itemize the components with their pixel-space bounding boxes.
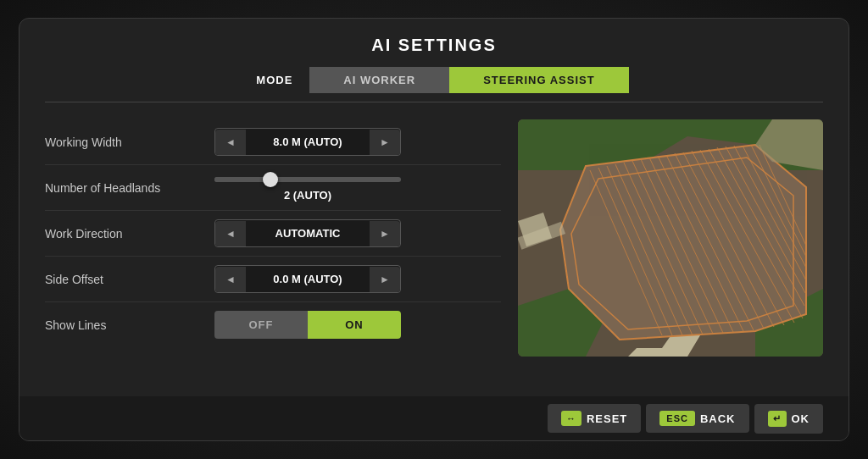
ok-icon: ↵	[768, 411, 787, 427]
ai-settings-modal: AI SETTINGS MODE AI WORKER STEERING ASSI…	[19, 18, 849, 441]
working-width-selector: ◄ 8.0 M (AUTO) ►	[214, 128, 401, 156]
modal-body: Working Width ◄ 8.0 M (AUTO) ► Number of…	[19, 102, 849, 396]
ok-label: OK	[792, 412, 810, 425]
working-width-row: Working Width ◄ 8.0 M (AUTO) ►	[45, 119, 501, 165]
back-label: BACK	[700, 412, 736, 425]
map-panel	[518, 119, 823, 379]
headlands-slider-thumb[interactable]	[263, 172, 278, 187]
working-width-left-arrow[interactable]: ◄	[215, 130, 246, 155]
headlands-slider-container: 2 (AUTO)	[214, 174, 401, 202]
back-key: ESC	[659, 411, 695, 426]
map-svg	[518, 119, 823, 357]
show-lines-toggle: OFF ON	[214, 311, 401, 339]
working-width-right-arrow[interactable]: ►	[370, 130, 400, 155]
side-offset-left-arrow[interactable]: ◄	[215, 267, 246, 292]
tabs-container: MODE AI WORKER STEERING ASSIST	[19, 67, 849, 93]
work-direction-label: Work Direction	[45, 227, 214, 241]
headlands-value: 2 (AUTO)	[214, 189, 401, 202]
show-lines-label: Show Lines	[45, 318, 214, 332]
show-lines-control: OFF ON	[214, 311, 501, 339]
ok-button[interactable]: ↵ OK	[754, 404, 824, 434]
side-offset-value: 0.0 M (AUTO)	[246, 266, 370, 292]
reset-label: RESET	[587, 412, 627, 425]
tab-steering-assist[interactable]: STEERING ASSIST	[449, 67, 629, 93]
settings-panel: Working Width ◄ 8.0 M (AUTO) ► Number of…	[45, 119, 501, 379]
side-offset-right-arrow[interactable]: ►	[370, 267, 400, 292]
side-offset-selector: ◄ 0.0 M (AUTO) ►	[214, 265, 401, 293]
work-direction-row: Work Direction ◄ AUTOMATIC ►	[45, 211, 501, 257]
map-image	[518, 119, 823, 357]
tab-ai-worker[interactable]: AI WORKER	[309, 67, 449, 93]
modal-header: AI SETTINGS MODE AI WORKER STEERING ASSI…	[19, 19, 849, 93]
reset-icon: ↔	[561, 411, 581, 426]
work-direction-control: ◄ AUTOMATIC ►	[214, 219, 501, 247]
side-offset-row: Side Offset ◄ 0.0 M (AUTO) ►	[45, 257, 501, 302]
working-width-control: ◄ 8.0 M (AUTO) ►	[214, 128, 501, 156]
headlands-control: 2 (AUTO)	[214, 174, 501, 202]
show-lines-on-button[interactable]: ON	[308, 311, 401, 339]
work-direction-value: AUTOMATIC	[246, 220, 370, 246]
reset-button[interactable]: ↔ RESET	[548, 404, 641, 433]
show-lines-row: Show Lines OFF ON	[45, 302, 501, 347]
headlands-label: Number of Headlands	[45, 181, 214, 195]
work-direction-right-arrow[interactable]: ►	[370, 221, 400, 246]
headlands-row: Number of Headlands 2 (AUTO)	[45, 165, 501, 211]
headlands-slider-track[interactable]	[214, 177, 401, 182]
work-direction-left-arrow[interactable]: ◄	[215, 221, 246, 246]
work-direction-selector: ◄ AUTOMATIC ►	[214, 219, 401, 247]
side-offset-label: Side Offset	[45, 273, 214, 286]
back-button[interactable]: ESC BACK	[646, 404, 748, 433]
modal-title: AI SETTINGS	[19, 36, 849, 55]
working-width-label: Working Width	[45, 135, 214, 149]
side-offset-control: ◄ 0.0 M (AUTO) ►	[214, 265, 501, 293]
mode-label: MODE	[239, 67, 309, 93]
modal-footer: ↔ RESET ESC BACK ↵ OK	[19, 396, 849, 440]
show-lines-off-button[interactable]: OFF	[214, 311, 308, 339]
working-width-value: 8.0 M (AUTO)	[246, 129, 370, 155]
